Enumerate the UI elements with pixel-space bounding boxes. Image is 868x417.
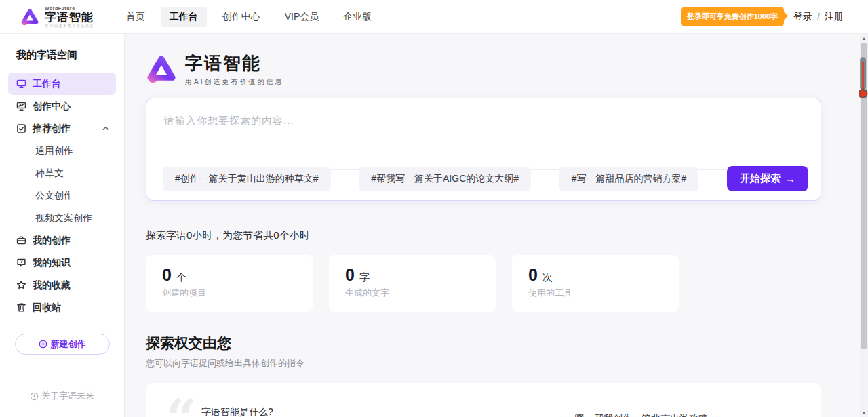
sidebar-item-my-knowledge[interactable]: ? 我的知识 <box>8 252 116 274</box>
sidebar-item-label: 我的收藏 <box>33 279 71 292</box>
about-label: 关于字语未来 <box>41 390 94 402</box>
stat-unit: 字 <box>359 271 370 284</box>
stat-value: 0 <box>162 265 172 285</box>
sidebar-item-workbench[interactable]: 工作台 <box>8 73 116 95</box>
stat-value: 0 <box>345 265 355 285</box>
nav-item-vip[interactable]: VIP会员 <box>276 7 328 27</box>
sidebar-item-recommended[interactable]: 推荐创作 <box>8 117 116 140</box>
nav-item-enterprise[interactable]: 企业版 <box>334 7 380 27</box>
about-link[interactable]: 关于字语未来 <box>8 390 116 402</box>
stat-label: 创建的项目 <box>162 287 296 299</box>
sidebar-item-label: 创作中心 <box>33 100 71 113</box>
sidebar-item-creation-center[interactable]: 创作中心 <box>8 95 116 117</box>
prompt-examples-card: “ 字语智能是什么? 嘿，帮我创作一篇北京出游攻略 <box>146 383 821 417</box>
star-icon <box>16 280 26 290</box>
suggestion-chip-huangshan[interactable]: #创作一篇关于黄山出游的种草文# <box>163 167 331 191</box>
brand-logo[interactable]: WordFuture 字语智能 用AI创造更有价值的信息 <box>20 6 94 28</box>
hero-logo: 字语智能 用AI创造更有价值的信息 <box>146 52 821 87</box>
trash-icon <box>16 302 26 313</box>
brand-word: WordFuture <box>45 6 94 11</box>
svg-text:?: ? <box>20 259 23 264</box>
sidebar-item-label: 工作台 <box>33 78 61 90</box>
nav-item-home[interactable]: 首页 <box>117 7 154 27</box>
stat-value: 0 <box>528 265 538 285</box>
new-creation-label: 新建创作 <box>51 338 86 351</box>
brand-name: 字语智能 <box>45 12 94 23</box>
sidebar-item-label: 我的知识 <box>33 257 71 269</box>
explore-section-title: 探索权交由您 <box>146 334 821 353</box>
sidebar-subitem-official[interactable]: 公文创作 <box>8 184 116 207</box>
nav-right: 登录即可享免费创作1000字 登录 / 注册 <box>681 7 844 26</box>
nav-item-workbench[interactable]: 工作台 <box>161 7 207 27</box>
stats-row: 0 个 创建的项目 0 字 生成的文字 0 次 使用的工具 <box>146 255 821 312</box>
top-navbar: WordFuture 字语智能 用AI创造更有价值的信息 首页 工作台 创作中心… <box>0 0 868 34</box>
nav-item-creation-center[interactable]: 创作中心 <box>214 7 269 27</box>
sidebar-item-label: 我的创作 <box>33 235 71 247</box>
scrollbar-up-arrow-icon[interactable]: ▲ <box>860 34 868 43</box>
brand-tagline-small: 用AI创造更有价值的信息 <box>45 24 94 28</box>
sidebar-item-recycle-bin[interactable]: 回收站 <box>8 296 116 319</box>
stat-label: 使用的工具 <box>528 287 663 299</box>
suggestion-chip-dessert[interactable]: #写一篇甜品店的营销方案# <box>559 167 699 191</box>
thermometer-icon <box>859 57 868 100</box>
search-input[interactable] <box>146 98 821 157</box>
main-content: 字语智能 用AI创造更有价值的信息 #创作一篇关于黄山出游的种草文# #帮我写一… <box>125 34 868 417</box>
prompt-example-left[interactable]: 字语智能是什么? <box>201 406 273 417</box>
sidebar-subitem-video-copy[interactable]: 视频文案创作 <box>8 207 116 229</box>
stat-unit: 个 <box>176 271 186 284</box>
plus-circle-icon <box>39 340 47 349</box>
nav-menu: 首页 工作台 创作中心 VIP会员 企业版 <box>117 7 381 27</box>
info-icon <box>30 392 39 401</box>
briefcase-icon <box>16 235 26 245</box>
chat-question-icon: ? <box>16 258 26 268</box>
monitor-icon <box>16 79 26 89</box>
hero-triangle-icon <box>146 54 177 85</box>
auth-links: 登录 / 注册 <box>793 11 844 23</box>
hero-brand-name: 字语智能 <box>185 52 283 75</box>
explore-button-label: 开始探索 <box>740 172 781 185</box>
register-link[interactable]: 注册 <box>825 11 844 23</box>
sidebar-subitem-general[interactable]: 通用创作 <box>8 140 116 162</box>
stat-card-tools: 0 次 使用的工具 <box>512 255 679 312</box>
suggestion-chip-row: #创作一篇关于黄山出游的种草文# #帮我写一篇关于AIGC的论文大纲# #写一篇… <box>163 166 808 191</box>
search-card: #创作一篇关于黄山出游的种草文# #帮我写一篇关于AIGC的论文大纲# #写一篇… <box>146 98 821 201</box>
sidebar-item-my-creations[interactable]: 我的创作 <box>8 229 116 252</box>
sidebar-item-label: 推荐创作 <box>33 123 71 135</box>
prompt-example-right[interactable]: 嘿，帮我创作一篇北京出游攻略 <box>575 413 708 417</box>
chevron-up-icon[interactable] <box>102 126 109 131</box>
scrollbar-down-arrow-icon[interactable]: ▼ <box>860 408 868 417</box>
auth-slash: / <box>817 12 820 22</box>
stats-summary: 探索字语0小时，为您节省共0个小时 <box>146 229 821 242</box>
sidebar: 我的字语空间 工作台 创作中心 推荐创作 通用创作 种草文 公文创作 视频文案创… <box>0 34 125 417</box>
arrow-right-icon: → <box>785 173 795 184</box>
login-link[interactable]: 登录 <box>793 11 812 23</box>
new-creation-button[interactable]: 新建创作 <box>15 334 110 355</box>
hero-brand-tagline: 用AI创造更有价值的信息 <box>185 77 283 87</box>
stat-card-words: 0 字 生成的文字 <box>329 255 496 312</box>
monitor-chart-icon <box>16 101 26 111</box>
sidebar-item-label: 回收站 <box>33 302 61 314</box>
brand-triangle-icon <box>20 7 39 26</box>
sidebar-item-favorites[interactable]: 我的收藏 <box>8 274 116 296</box>
stat-unit: 次 <box>542 271 553 284</box>
explore-section-subtitle: 您可以向字语提问或给出具体创作的指令 <box>146 357 821 370</box>
sidebar-subitem-seeding[interactable]: 种草文 <box>8 162 116 184</box>
doc-check-icon <box>16 123 26 134</box>
sidebar-title: 我的字语空间 <box>16 49 116 62</box>
quote-icon: “ <box>166 393 197 417</box>
explore-button[interactable]: 开始探索 → <box>727 166 808 191</box>
suggestion-chip-aigc[interactable]: #帮我写一篇关于AIGC的论文大纲# <box>359 167 531 191</box>
login-promo-badge[interactable]: 登录即可享免费创作1000字 <box>681 7 784 26</box>
stat-label: 生成的文字 <box>345 287 479 299</box>
stat-card-projects: 0 个 创建的项目 <box>146 255 313 312</box>
